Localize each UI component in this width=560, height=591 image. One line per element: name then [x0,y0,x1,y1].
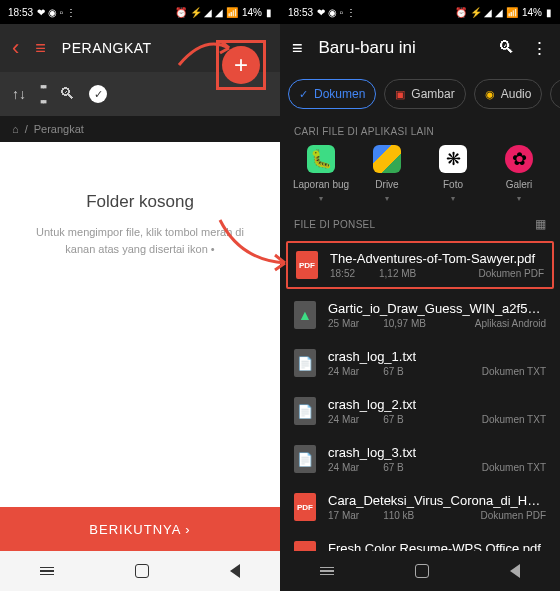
phone-left: 18:53❤ ◉ ▫ ⋮ ⏰ ⚡ ◢ ◢ 📶14%▮ ‹ ≡ PERANGKAT… [0,0,280,591]
breadcrumb-item: Perangkat [34,123,84,135]
empty-title: Folder kosong [86,192,194,212]
grid-icon[interactable]: ▪▪▪▪ [40,79,45,109]
file-name: Gartic_io_Draw_Guess_WIN_a2f59dbf… [328,301,546,316]
file-name: Fresh Color Resume-WPS Office.pdf [328,541,546,551]
status-time: 18:53 [8,7,33,18]
android-navbar [280,551,560,591]
phone-right: 18:53❤ ◉ ▫ ⋮ ⏰ ⚡ ◢ ◢ 📶14%▮ ≡ Baru-baru i… [280,0,560,591]
file-meta: 18:521,12 MBDokumen PDF [330,268,544,279]
back-button[interactable] [510,564,520,578]
file-row[interactable]: 📄 crash_log_3.txt 24 Mar67 BDokumen TXT [280,435,560,483]
status-battery: 14% [522,7,542,18]
file-meta: 25 Mar10,97 MBAplikasi Android [328,318,546,329]
file-list[interactable]: PDF The-Adventures-of-Tom-Sawyer.pdf 18:… [280,239,560,551]
file-type-icon: PDF [294,493,316,521]
header: ≡ Baru-baru ini 🔍︎ ⋮ [280,24,560,72]
file-name: crash_log_1.txt [328,349,546,364]
status-bar: 18:53❤ ◉ ▫ ⋮ ⏰ ⚡ ◢ ◢ 📶14%▮ [0,0,280,24]
back-button[interactable] [230,564,240,578]
search-icon[interactable]: 🔍︎ [498,38,515,58]
file-name: The-Adventures-of-Tom-Sawyer.pdf [330,251,544,266]
file-meta: 24 Mar67 BDokumen TXT [328,462,546,473]
android-navbar [0,551,280,591]
file-meta: 24 Mar67 BDokumen TXT [328,414,546,425]
file-type-icon: 📄 [294,445,316,473]
file-row[interactable]: PDF Fresh Color Resume-WPS Office.pdf 17… [280,531,560,551]
file-name: Cara_Deteksi_Virus_Corona_di_HP_&… [328,493,546,508]
search-icon[interactable]: 🔍︎ [59,85,75,103]
home-button[interactable] [135,564,149,578]
section-apps-label: CARI FILE DI APLIKASI LAIN [280,116,560,145]
page-title: Baru-baru ini [319,38,482,58]
app-photos[interactable]: ❋Foto▾ [424,145,482,203]
sort-icon[interactable]: ↑↓ [12,86,26,102]
grid-toggle-icon[interactable]: ▦ [535,217,546,231]
file-type-icon: PDF [294,541,316,551]
home-button[interactable] [415,564,429,578]
home-icon: ⌂ [12,123,19,135]
next-button[interactable]: BERIKUTNYA › [0,507,280,551]
fab-highlight: + [216,40,266,90]
file-row[interactable]: 📄 crash_log_1.txt 24 Mar67 BDokumen TXT [280,339,560,387]
hamburger-icon[interactable]: ≡ [292,38,303,59]
file-meta: 17 Mar110 kBDokumen PDF [328,510,546,521]
file-name: crash_log_3.txt [328,445,546,460]
status-time: 18:53 [288,7,313,18]
chip-images[interactable]: ▣Gambar [384,79,465,109]
file-meta: 24 Mar67 BDokumen TXT [328,366,546,377]
back-icon[interactable]: ‹ [12,35,19,61]
file-row[interactable]: PDF The-Adventures-of-Tom-Sawyer.pdf 18:… [286,241,554,289]
chip-documents[interactable]: ✓Dokumen [288,79,376,109]
page-title: PERANGKAT [62,40,152,56]
file-type-icon: 📄 [294,397,316,425]
chip-audio[interactable]: ◉Audio [474,79,543,109]
file-row[interactable]: ▲ Gartic_io_Draw_Guess_WIN_a2f59dbf… 25 … [280,291,560,339]
chip-video[interactable]: ▶Video [550,79,560,109]
app-drive[interactable]: Drive▾ [358,145,416,203]
empty-subtitle: Untuk mengimpor file, klik tombol merah … [30,224,250,257]
file-row[interactable]: PDF Cara_Deteksi_Virus_Corona_di_HP_&… 1… [280,483,560,531]
more-icon[interactable]: ⋮ [531,38,548,59]
empty-state: Folder kosong Untuk mengimpor file, klik… [0,142,280,507]
status-bar: 18:53❤ ◉ ▫ ⋮ ⏰ ⚡ ◢ ◢ 📶14%▮ [280,0,560,24]
filter-chips: ✓Dokumen ▣Gambar ◉Audio ▶Video [280,72,560,116]
status-battery: 14% [242,7,262,18]
file-type-icon: PDF [296,251,318,279]
app-grid: 🐛Laporan bug▾ Drive▾ ❋Foto▾ ✿Galeri▾ [280,145,560,207]
file-row[interactable]: 📄 crash_log_2.txt 24 Mar67 BDokumen TXT [280,387,560,435]
recents-button[interactable] [40,567,54,576]
breadcrumb[interactable]: ⌂ / Perangkat [0,116,280,142]
file-type-icon: 📄 [294,349,316,377]
recents-button[interactable] [320,567,334,576]
add-button[interactable]: + [222,46,260,84]
file-name: crash_log_2.txt [328,397,546,412]
app-gallery[interactable]: ✿Galeri▾ [490,145,548,203]
select-all-icon[interactable]: ✓ [89,85,107,103]
section-files-label: FILE DI PONSEL ▦ [280,207,560,239]
app-bugreport[interactable]: 🐛Laporan bug▾ [292,145,350,203]
hamburger-icon[interactable]: ≡ [35,38,46,59]
file-type-icon: ▲ [294,301,316,329]
